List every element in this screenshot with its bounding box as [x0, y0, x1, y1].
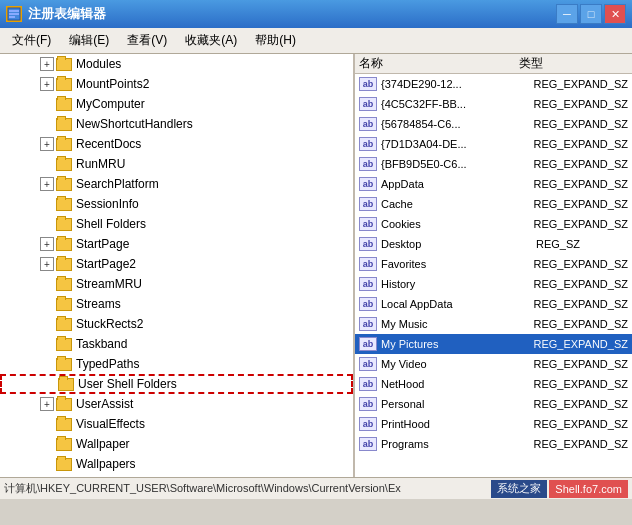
maximize-button[interactable]: □ [580, 4, 602, 24]
reg-value-icon: ab [359, 77, 377, 91]
registry-row[interactable]: ab{374DE290-12...REG_EXPAND_SZ [355, 74, 632, 94]
menu-view[interactable]: 查看(V) [119, 30, 175, 51]
tree-expander-icon[interactable]: + [40, 137, 54, 151]
reg-value-icon: ab [359, 157, 377, 171]
registry-row[interactable]: abPersonalREG_EXPAND_SZ [355, 394, 632, 414]
tree-expander-placeholder [40, 357, 54, 371]
registry-row[interactable]: abCacheREG_EXPAND_SZ [355, 194, 632, 214]
tree-expander-placeholder [40, 217, 54, 231]
tree-item[interactable]: VisualEffects [0, 414, 353, 434]
left-pane[interactable]: +Modules+MountPoints2MyComputerNewShortc… [0, 54, 355, 477]
reg-value-name: {7D1D3A04-DE... [381, 138, 533, 150]
reg-value-name: {56784854-C6... [381, 118, 533, 130]
registry-row[interactable]: ab{56784854-C6...REG_EXPAND_SZ [355, 114, 632, 134]
watermark-box1: 系统之家 [491, 480, 547, 498]
reg-value-icon: ab [359, 277, 377, 291]
tree-item[interactable]: User Shell Folders [0, 374, 353, 394]
tree-item[interactable]: +SearchPlatform [0, 174, 353, 194]
tree-expander-icon[interactable]: + [40, 57, 54, 71]
tree-item[interactable]: RunMRU [0, 154, 353, 174]
reg-value-name: Cookies [381, 218, 533, 230]
registry-row[interactable]: abCookiesREG_EXPAND_SZ [355, 214, 632, 234]
tree-item-label: Shell Folders [76, 217, 146, 231]
reg-value-type: REG_EXPAND_SZ [533, 358, 628, 370]
svg-rect-1 [9, 10, 19, 12]
app-icon [6, 6, 22, 22]
folder-icon [56, 178, 72, 191]
folder-icon [56, 58, 72, 71]
registry-row[interactable]: abAppDataREG_EXPAND_SZ [355, 174, 632, 194]
tree-expander-icon[interactable]: + [40, 177, 54, 191]
tree-item[interactable]: +UserAssist [0, 394, 353, 414]
menu-favorites[interactable]: 收藏夹(A) [177, 30, 245, 51]
tree-item-label: Wallpapers [76, 457, 136, 471]
tree-item[interactable]: StuckRects2 [0, 314, 353, 334]
tree-item[interactable]: Streams [0, 294, 353, 314]
tree-expander-icon[interactable]: + [40, 257, 54, 271]
registry-row[interactable]: ab{7D1D3A04-DE...REG_EXPAND_SZ [355, 134, 632, 154]
tree-item-label: NewShortcutHandlers [76, 117, 193, 131]
folder-icon [56, 278, 72, 291]
reg-value-type: REG_EXPAND_SZ [533, 338, 628, 350]
folder-icon [56, 358, 72, 371]
tree-expander-placeholder [40, 97, 54, 111]
tree-item[interactable]: Taskband [0, 334, 353, 354]
tree-expander-placeholder [40, 277, 54, 291]
tree-item[interactable]: +StartPage2 [0, 254, 353, 274]
folder-icon [58, 378, 74, 391]
tree-item[interactable]: NewShortcutHandlers [0, 114, 353, 134]
tree-item[interactable]: Wallpaper [0, 434, 353, 454]
reg-value-type: REG_EXPAND_SZ [533, 438, 628, 450]
tree-item[interactable]: TypedPaths [0, 354, 353, 374]
tree-expander-icon[interactable]: + [40, 397, 54, 411]
tree-item-label: SessionInfo [76, 197, 139, 211]
close-button[interactable]: ✕ [604, 4, 626, 24]
tree-item[interactable]: +StartPage [0, 234, 353, 254]
registry-row[interactable]: abLocal AppDataREG_EXPAND_SZ [355, 294, 632, 314]
reg-value-name: PrintHood [381, 418, 533, 430]
menu-file[interactable]: 文件(F) [4, 30, 59, 51]
minimize-button[interactable]: ─ [556, 4, 578, 24]
registry-row[interactable]: abMy PicturesREG_EXPAND_SZ [355, 334, 632, 354]
tree-item[interactable]: +Modules [0, 54, 353, 74]
folder-icon [56, 298, 72, 311]
tree-item[interactable]: Wallpapers [0, 454, 353, 474]
registry-row[interactable]: abMy MusicREG_EXPAND_SZ [355, 314, 632, 334]
registry-row[interactable]: abProgramsREG_EXPAND_SZ [355, 434, 632, 454]
tree-expander-icon[interactable]: + [40, 77, 54, 91]
registry-row[interactable]: ab{4C5C32FF-BB...REG_EXPAND_SZ [355, 94, 632, 114]
registry-row[interactable]: ab{BFB9D5E0-C6...REG_EXPAND_SZ [355, 154, 632, 174]
tree-item[interactable]: SessionInfo [0, 194, 353, 214]
tree-item[interactable]: +MountPoints2 [0, 74, 353, 94]
registry-row[interactable]: abHistoryREG_EXPAND_SZ [355, 274, 632, 294]
menu-edit[interactable]: 编辑(E) [61, 30, 117, 51]
registry-row[interactable]: abPrintHoodREG_EXPAND_SZ [355, 414, 632, 434]
tree-item[interactable]: +RecentDocs [0, 134, 353, 154]
tree-item-label: SearchPlatform [76, 177, 159, 191]
registry-row[interactable]: abMy VideoREG_EXPAND_SZ [355, 354, 632, 374]
menu-help[interactable]: 帮助(H) [247, 30, 304, 51]
reg-value-name: Personal [381, 398, 533, 410]
title-bar: 注册表编辑器 ─ □ ✕ [0, 0, 632, 28]
reg-value-name: Programs [381, 438, 533, 450]
watermark: 系统之家 Shell.fo7.com [491, 480, 628, 498]
reg-value-icon: ab [359, 137, 377, 151]
reg-value-icon: ab [359, 357, 377, 371]
tree-item-label: Modules [76, 57, 121, 71]
tree-item[interactable]: StreamMRU [0, 274, 353, 294]
tree-expander-placeholder [40, 197, 54, 211]
reg-value-icon: ab [359, 237, 377, 251]
right-pane[interactable]: 名称 类型 ab{374DE290-12...REG_EXPAND_SZab{4… [355, 54, 632, 477]
reg-value-type: REG_EXPAND_SZ [533, 418, 628, 430]
tree-expander-icon[interactable]: + [40, 237, 54, 251]
reg-value-icon: ab [359, 177, 377, 191]
tree-item-label: Wallpaper [76, 437, 130, 451]
registry-row[interactable]: abNetHoodREG_EXPAND_SZ [355, 374, 632, 394]
registry-row[interactable]: abDesktopREG_SZ [355, 234, 632, 254]
folder-icon [56, 318, 72, 331]
reg-value-type: REG_EXPAND_SZ [533, 298, 628, 310]
registry-row[interactable]: abFavoritesREG_EXPAND_SZ [355, 254, 632, 274]
tree-item-label: StreamMRU [76, 277, 142, 291]
tree-item[interactable]: Shell Folders [0, 214, 353, 234]
tree-item[interactable]: MyComputer [0, 94, 353, 114]
